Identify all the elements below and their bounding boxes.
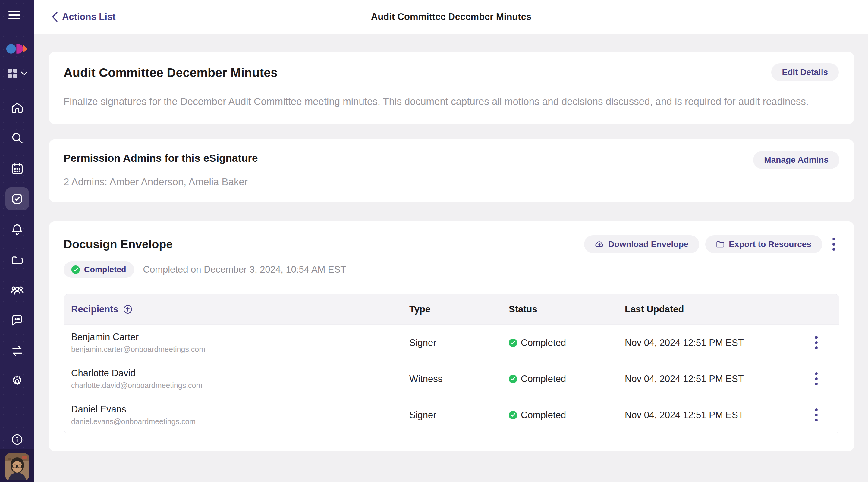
recipient-last-updated: Nov 04, 2024 12:51 PM EST	[625, 374, 794, 384]
home-icon	[10, 101, 24, 114]
sidebar-item-notifications[interactable]	[0, 214, 34, 244]
action-details-card: Audit Committee December Minutes Finaliz…	[49, 52, 854, 124]
recipient-name: Daniel Evans	[71, 404, 409, 415]
recipient-status: Completed	[521, 338, 566, 348]
top-header: Audit Committee December Minutes Actions…	[34, 0, 868, 34]
envelope-title: Docusign Envelope	[64, 238, 173, 251]
admins-summary: 2 Admins: Amber Anderson, Amelia Baker	[64, 176, 839, 188]
sidebar-item-settings[interactable]	[0, 366, 34, 396]
row-overflow-menu-icon[interactable]	[811, 333, 822, 352]
export-to-resources-label: Export to Resources	[729, 239, 811, 249]
chevron-down-icon	[21, 71, 27, 75]
page-title: Audit Committee December Minutes	[34, 11, 868, 22]
envelope-status-label: Completed	[84, 265, 126, 275]
envelope-overflow-menu-icon[interactable]	[828, 235, 839, 254]
status-column-label: Status	[509, 304, 625, 315]
last-updated-column-label: Last Updated	[625, 304, 794, 315]
people-icon	[10, 283, 24, 297]
recipients-table-header: Recipients Type Status Last Updated	[64, 294, 839, 324]
download-envelope-button[interactable]: Download Envelope	[584, 235, 699, 253]
recipient-name: Charlotte David	[71, 368, 409, 379]
recipient-email: benjamin.carter@onboardmeetings.com	[71, 345, 409, 354]
recipient-last-updated: Nov 04, 2024 12:51 PM EST	[625, 338, 794, 348]
recipients-column-sort[interactable]: Recipients	[64, 304, 409, 315]
envelope-status-badge: Completed	[64, 261, 134, 278]
swap-arrows-icon	[10, 344, 24, 358]
onboard-logo	[6, 43, 28, 55]
sidebar-item-messages[interactable]	[0, 305, 34, 335]
action-description: Finalize signatures for the December Aud…	[64, 96, 839, 107]
recipient-name: Benjamin Carter	[71, 332, 409, 343]
row-overflow-menu-icon[interactable]	[811, 369, 822, 388]
table-row: Benjamin Carter benjamin.carter@onboardm…	[64, 324, 839, 361]
profile-section	[0, 449, 34, 482]
manage-admins-button[interactable]: Manage Admins	[753, 151, 839, 169]
sidebar-item-directory[interactable]	[0, 275, 34, 305]
tasks-check-icon	[10, 192, 24, 205]
action-title: Audit Committee December Minutes	[64, 66, 839, 80]
recipient-last-updated: Nov 04, 2024 12:51 PM EST	[625, 410, 794, 421]
gear-icon	[10, 375, 24, 388]
row-overflow-menu-icon[interactable]	[811, 406, 822, 424]
search-icon	[10, 131, 24, 144]
sidebar-item-help[interactable]	[0, 433, 34, 446]
chat-icon	[10, 314, 24, 327]
check-circle-icon	[71, 265, 80, 274]
apps-grid-icon	[8, 69, 17, 78]
recipient-type: Signer	[409, 338, 509, 348]
table-row: Daniel Evans daniel.evans@onboardmeeting…	[64, 397, 839, 433]
main-content: Audit Committee December Minutes Finaliz…	[34, 34, 868, 482]
user-avatar[interactable]	[5, 453, 29, 481]
recipient-email: daniel.evans@onboardmeetings.com	[71, 417, 409, 426]
recipient-status: Completed	[521, 374, 566, 384]
recipient-type: Signer	[409, 410, 509, 421]
recipient-email: charlotte.david@onboardmeetings.com	[71, 381, 409, 390]
export-to-resources-button[interactable]: Export to Resources	[705, 235, 822, 253]
docusign-envelope-card: Docusign Envelope Download Envelope Expo…	[49, 221, 854, 451]
sidebar-item-actions-selected[interactable]	[0, 184, 34, 214]
type-column-label: Type	[409, 304, 509, 315]
check-circle-icon	[509, 411, 517, 419]
hamburger-menu-icon[interactable]	[8, 11, 21, 22]
sort-ascending-icon	[123, 304, 133, 315]
envelope-completed-timestamp: Completed on December 3, 2024, 10:54 AM …	[143, 264, 346, 275]
folder-tab-icon	[10, 253, 24, 266]
sidebar-item-calendar[interactable]	[0, 153, 34, 184]
sidebar-item-resources[interactable]	[0, 244, 34, 275]
download-envelope-label: Download Envelope	[608, 239, 688, 249]
recipients-column-label: Recipients	[71, 304, 119, 315]
recipient-type: Witness	[409, 374, 509, 384]
info-icon	[11, 433, 24, 446]
calendar-icon	[10, 162, 24, 175]
manage-admins-label: Manage Admins	[764, 155, 829, 165]
sidebar	[0, 0, 34, 482]
table-row: Charlotte David charlotte.david@onboardm…	[64, 361, 839, 397]
cloud-download-icon	[595, 240, 604, 248]
sidebar-item-transfer[interactable]	[0, 335, 34, 366]
sidebar-item-home[interactable]	[0, 92, 34, 123]
recipients-table: Recipients Type Status Last Updated Benj…	[64, 294, 839, 433]
apps-switcher[interactable]	[8, 69, 27, 78]
edit-details-label: Edit Details	[782, 67, 828, 77]
folder-icon	[716, 241, 724, 248]
permission-admins-card: Permission Admins for this eSignature 2 …	[49, 139, 854, 202]
sidebar-item-search[interactable]	[0, 123, 34, 153]
check-circle-icon	[509, 339, 517, 347]
recipient-status: Completed	[521, 410, 566, 421]
permission-admins-title: Permission Admins for this eSignature	[64, 152, 839, 164]
edit-details-button[interactable]: Edit Details	[771, 63, 839, 81]
check-circle-icon	[509, 375, 517, 383]
bell-icon	[10, 223, 24, 236]
